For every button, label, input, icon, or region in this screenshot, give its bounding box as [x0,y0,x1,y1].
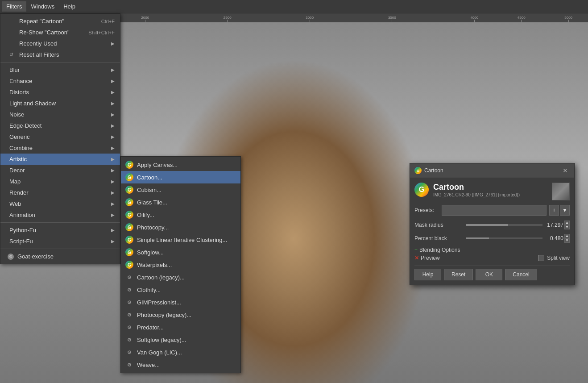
submenu-photocopy-legacy[interactable]: ⚙ Photocopy (legacy)... [121,308,240,321]
menu-combine[interactable]: Combine ▶ [0,142,120,154]
submenu-photocopy[interactable]: G Photocopy... [121,221,240,233]
dialog-plugin-title: Cartoon [433,183,547,192]
blending-options-label: Blending Options [419,247,460,253]
reset-button[interactable]: Reset [444,269,473,280]
percent-black-up[interactable]: ▲ [564,234,570,238]
g-icon: G [125,223,133,231]
menu-python-fu[interactable]: Python-Fu ▶ [0,225,120,236]
split-view-label: Split view [547,255,570,261]
arrow-icon: ▶ [111,67,115,72]
g-icon: G [125,211,133,219]
arrow-icon: ▶ [111,179,115,184]
arrow-icon: ▶ [111,201,115,206]
cancel-button[interactable]: Cancel [505,269,537,280]
reset-icon: ↺ [9,52,17,58]
ok-button[interactable]: OK [476,269,502,280]
dialog-buttons: Help Reset OK Cancel [414,266,570,280]
presets-actions: + ▼ [549,205,570,216]
menu-repeat-cartoon[interactable]: Repeat "Cartoon" Ctrl+F [0,16,120,27]
dialog-close-button[interactable]: ✕ [561,166,570,175]
preset-add-button[interactable]: + [549,205,559,216]
artistic-submenu: G Apply Canvas... G Cartoon... G Cubism.… [120,156,241,373]
dialog-plugin-subtitle: IMG_2761.CR2-90 ([IMG_2761] (imported)) [433,192,547,197]
submenu-weave[interactable]: ⚙ Weave... [121,358,240,371]
menubar: Filters Windows Help [0,0,588,13]
menubar-windows[interactable]: Windows [26,1,59,12]
submenu-gimpressionist[interactable]: ⚙ GIMPressionist... [121,296,240,308]
help-button[interactable]: Help [414,269,441,280]
mask-radius-value: 17.297 ▲ ▼ [545,221,570,229]
dialog-title-text: Cartoon [424,167,443,174]
titlebar-left: G Cartoon [414,167,443,174]
mask-radius-slider[interactable] [466,224,542,226]
arrow-icon: ▶ [111,112,115,117]
submenu-cubism[interactable]: G Cubism... [121,183,240,196]
percent-black-slider[interactable] [466,237,542,239]
submenu-cartoon[interactable]: G Cartoon... [121,171,240,183]
submenu-cartoon-legacy[interactable]: ⚙ Cartoon (legacy)... [121,271,240,283]
dialog-body: G Cartoon IMG_2761.CR2-90 ([IMG_2761] (i… [410,178,574,285]
menu-reshow-cartoon[interactable]: Re-Show "Cartoon" Shift+Ctrl+F [0,27,120,38]
percent-black-value: 0.480 ▲ ▼ [545,234,570,243]
submenu-glass-tile[interactable]: G Glass Tile... [121,196,240,208]
menu-generic[interactable]: Generic ▶ [0,131,120,142]
separator-2 [0,222,120,223]
menu-recently-used[interactable]: Recently Used ▶ [0,38,120,49]
filters-menu: Repeat "Cartoon" Ctrl+F Re-Show "Cartoon… [0,13,120,264]
arrow-icon: ▶ [111,146,115,150]
g-icon: G [125,236,133,244]
g-icon: G [125,186,133,194]
dialog-title-icon: G [414,167,422,174]
menu-distorts[interactable]: Distorts ▶ [0,87,120,98]
percent-black-down[interactable]: ▼ [564,238,570,243]
menu-render[interactable]: Render ▶ [0,187,120,198]
arrow-icon: ▶ [111,228,115,233]
presets-label: Presets: [414,207,439,213]
mask-radius-down[interactable]: ▼ [564,225,570,229]
submenu-oilify[interactable]: G Oilify... [121,208,240,221]
menu-blur[interactable]: Blur ▶ [0,64,120,75]
g-icon: G [125,248,133,256]
dialog-header: G Cartoon IMG_2761.CR2-90 ([IMG_2761] (i… [414,183,570,200]
menubar-help[interactable]: Help [59,1,80,12]
menu-script-fu[interactable]: Script-Fu ▶ [0,236,120,247]
menu-reset-filters[interactable]: ↺ Reset all Filters [0,49,120,60]
menu-decor[interactable]: Decor ▶ [0,165,120,176]
dialog-title-block: Cartoon IMG_2761.CR2-90 ([IMG_2761] (imp… [433,183,547,197]
arrow-icon: ▶ [111,212,115,217]
menu-edge-detect[interactable]: Edge-Detect ▶ [0,120,120,131]
dialog-thumbnail [552,183,570,200]
mask-radius-up[interactable]: ▲ [564,221,570,225]
menu-light-shadow[interactable]: Light and Shadow ▶ [0,98,120,109]
submenu-waterpixels[interactable]: G Waterpixels... [121,258,240,271]
arrow-icon: ▶ [111,123,115,128]
menu-animation[interactable]: Animation ▶ [0,209,120,221]
g-icon: G [125,161,133,169]
submenu-van-gogh[interactable]: ⚙ Van Gogh (LIC)... [121,346,240,358]
presets-dropdown[interactable] [442,205,547,216]
arrow-icon: ▶ [111,190,115,195]
menu-enhance[interactable]: Enhance ▶ [0,75,120,87]
goat-icon: ⚙ [8,254,14,260]
mask-radius-row: Mask radius 17.297 ▲ ▼ [414,219,570,231]
menu-web[interactable]: Web ▶ [0,198,120,209]
menu-artistic[interactable]: Artistic ▶ [0,154,120,165]
mask-radius-fill [466,224,508,226]
split-view-checkbox[interactable] [538,255,544,261]
menubar-filters[interactable]: Filters [2,1,26,12]
blending-options-row[interactable]: + Blending Options [414,247,570,253]
menu-goat-exercise[interactable]: ⚙ Goat-exercise [0,251,120,262]
submenu-slic[interactable]: G Simple Linear Iterative Clustering... [121,233,240,246]
plugin-icon: ⚙ [125,286,133,294]
submenu-clothify[interactable]: ⚙ Clothify... [121,283,240,296]
submenu-softglow[interactable]: G Softglow... [121,246,240,258]
mask-radius-spinners: ▲ ▼ [564,221,570,229]
submenu-apply-canvas[interactable]: G Apply Canvas... [121,158,240,171]
preset-save-button[interactable]: ▼ [560,205,570,216]
menu-map[interactable]: Map ▶ [0,176,120,187]
menu-noise[interactable]: Noise ▶ [0,109,120,120]
submenu-predator[interactable]: ⚙ Predator... [121,321,240,333]
preview-row: ✕ Preview Split view [414,255,570,261]
submenu-softglow-legacy[interactable]: ⚙ Softglow (legacy)... [121,333,240,346]
separator-1 [0,62,120,62]
